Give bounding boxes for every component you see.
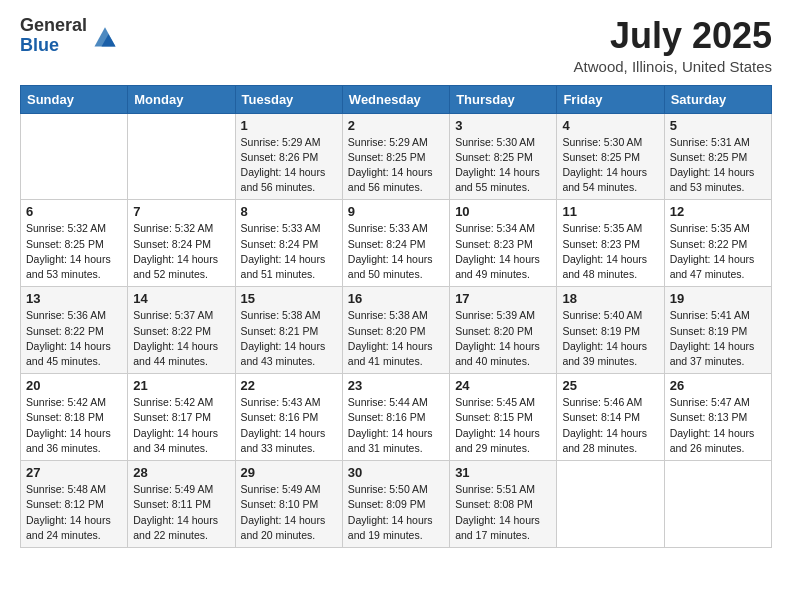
page-container: General Blue July 2025 Atwood, Illinois,… — [0, 0, 792, 564]
day-info: Sunrise: 5:36 AMSunset: 8:22 PMDaylight:… — [26, 308, 122, 369]
title-block: July 2025 Atwood, Illinois, United State… — [574, 16, 772, 75]
day-info: Sunrise: 5:38 AMSunset: 8:20 PMDaylight:… — [348, 308, 444, 369]
calendar-cell: 17Sunrise: 5:39 AMSunset: 8:20 PMDayligh… — [450, 287, 557, 374]
calendar-cell: 1Sunrise: 5:29 AMSunset: 8:26 PMDaylight… — [235, 113, 342, 200]
day-number: 30 — [348, 465, 444, 480]
calendar-cell: 3Sunrise: 5:30 AMSunset: 8:25 PMDaylight… — [450, 113, 557, 200]
calendar-cell — [128, 113, 235, 200]
calendar-cell: 5Sunrise: 5:31 AMSunset: 8:25 PMDaylight… — [664, 113, 771, 200]
calendar-cell: 29Sunrise: 5:49 AMSunset: 8:10 PMDayligh… — [235, 461, 342, 548]
weekday-header: Friday — [557, 85, 664, 113]
day-number: 21 — [133, 378, 229, 393]
calendar-cell: 26Sunrise: 5:47 AMSunset: 8:13 PMDayligh… — [664, 374, 771, 461]
day-number: 2 — [348, 118, 444, 133]
day-number: 27 — [26, 465, 122, 480]
calendar-week-row: 13Sunrise: 5:36 AMSunset: 8:22 PMDayligh… — [21, 287, 772, 374]
calendar-cell: 24Sunrise: 5:45 AMSunset: 8:15 PMDayligh… — [450, 374, 557, 461]
day-number: 13 — [26, 291, 122, 306]
logo-blue: Blue — [20, 36, 87, 56]
day-info: Sunrise: 5:31 AMSunset: 8:25 PMDaylight:… — [670, 135, 766, 196]
logo-text: General Blue — [20, 16, 87, 56]
calendar-week-row: 20Sunrise: 5:42 AMSunset: 8:18 PMDayligh… — [21, 374, 772, 461]
calendar-cell: 13Sunrise: 5:36 AMSunset: 8:22 PMDayligh… — [21, 287, 128, 374]
day-info: Sunrise: 5:38 AMSunset: 8:21 PMDaylight:… — [241, 308, 337, 369]
day-number: 29 — [241, 465, 337, 480]
calendar-cell: 10Sunrise: 5:34 AMSunset: 8:23 PMDayligh… — [450, 200, 557, 287]
day-number: 15 — [241, 291, 337, 306]
day-number: 7 — [133, 204, 229, 219]
calendar-cell: 21Sunrise: 5:42 AMSunset: 8:17 PMDayligh… — [128, 374, 235, 461]
calendar-cell: 8Sunrise: 5:33 AMSunset: 8:24 PMDaylight… — [235, 200, 342, 287]
logo-general: General — [20, 16, 87, 36]
day-number: 1 — [241, 118, 337, 133]
calendar-table: SundayMondayTuesdayWednesdayThursdayFrid… — [20, 85, 772, 548]
day-info: Sunrise: 5:49 AMSunset: 8:10 PMDaylight:… — [241, 482, 337, 543]
day-info: Sunrise: 5:35 AMSunset: 8:23 PMDaylight:… — [562, 221, 658, 282]
day-number: 8 — [241, 204, 337, 219]
logo: General Blue — [20, 16, 119, 56]
day-number: 23 — [348, 378, 444, 393]
calendar-week-row: 1Sunrise: 5:29 AMSunset: 8:26 PMDaylight… — [21, 113, 772, 200]
weekday-header: Sunday — [21, 85, 128, 113]
day-number: 26 — [670, 378, 766, 393]
calendar-cell: 27Sunrise: 5:48 AMSunset: 8:12 PMDayligh… — [21, 461, 128, 548]
calendar-week-row: 27Sunrise: 5:48 AMSunset: 8:12 PMDayligh… — [21, 461, 772, 548]
calendar-cell: 16Sunrise: 5:38 AMSunset: 8:20 PMDayligh… — [342, 287, 449, 374]
weekday-header: Saturday — [664, 85, 771, 113]
day-number: 4 — [562, 118, 658, 133]
calendar-cell: 4Sunrise: 5:30 AMSunset: 8:25 PMDaylight… — [557, 113, 664, 200]
calendar-cell: 14Sunrise: 5:37 AMSunset: 8:22 PMDayligh… — [128, 287, 235, 374]
day-number: 12 — [670, 204, 766, 219]
day-info: Sunrise: 5:32 AMSunset: 8:25 PMDaylight:… — [26, 221, 122, 282]
calendar-cell: 28Sunrise: 5:49 AMSunset: 8:11 PMDayligh… — [128, 461, 235, 548]
day-info: Sunrise: 5:50 AMSunset: 8:09 PMDaylight:… — [348, 482, 444, 543]
calendar-cell: 20Sunrise: 5:42 AMSunset: 8:18 PMDayligh… — [21, 374, 128, 461]
calendar-cell: 11Sunrise: 5:35 AMSunset: 8:23 PMDayligh… — [557, 200, 664, 287]
calendar-cell — [21, 113, 128, 200]
calendar-header-row: SundayMondayTuesdayWednesdayThursdayFrid… — [21, 85, 772, 113]
day-info: Sunrise: 5:29 AMSunset: 8:25 PMDaylight:… — [348, 135, 444, 196]
day-info: Sunrise: 5:42 AMSunset: 8:17 PMDaylight:… — [133, 395, 229, 456]
day-number: 18 — [562, 291, 658, 306]
day-number: 17 — [455, 291, 551, 306]
calendar-cell: 30Sunrise: 5:50 AMSunset: 8:09 PMDayligh… — [342, 461, 449, 548]
day-info: Sunrise: 5:35 AMSunset: 8:22 PMDaylight:… — [670, 221, 766, 282]
calendar-cell: 7Sunrise: 5:32 AMSunset: 8:24 PMDaylight… — [128, 200, 235, 287]
day-number: 6 — [26, 204, 122, 219]
day-number: 28 — [133, 465, 229, 480]
weekday-header: Tuesday — [235, 85, 342, 113]
day-number: 11 — [562, 204, 658, 219]
calendar-cell: 23Sunrise: 5:44 AMSunset: 8:16 PMDayligh… — [342, 374, 449, 461]
day-number: 19 — [670, 291, 766, 306]
day-info: Sunrise: 5:37 AMSunset: 8:22 PMDaylight:… — [133, 308, 229, 369]
day-number: 31 — [455, 465, 551, 480]
day-info: Sunrise: 5:51 AMSunset: 8:08 PMDaylight:… — [455, 482, 551, 543]
day-info: Sunrise: 5:41 AMSunset: 8:19 PMDaylight:… — [670, 308, 766, 369]
day-info: Sunrise: 5:43 AMSunset: 8:16 PMDaylight:… — [241, 395, 337, 456]
day-number: 5 — [670, 118, 766, 133]
day-info: Sunrise: 5:33 AMSunset: 8:24 PMDaylight:… — [241, 221, 337, 282]
day-number: 16 — [348, 291, 444, 306]
day-info: Sunrise: 5:30 AMSunset: 8:25 PMDaylight:… — [562, 135, 658, 196]
calendar-cell: 2Sunrise: 5:29 AMSunset: 8:25 PMDaylight… — [342, 113, 449, 200]
calendar-cell — [664, 461, 771, 548]
day-info: Sunrise: 5:30 AMSunset: 8:25 PMDaylight:… — [455, 135, 551, 196]
calendar-cell: 9Sunrise: 5:33 AMSunset: 8:24 PMDaylight… — [342, 200, 449, 287]
day-info: Sunrise: 5:47 AMSunset: 8:13 PMDaylight:… — [670, 395, 766, 456]
day-number: 22 — [241, 378, 337, 393]
day-info: Sunrise: 5:34 AMSunset: 8:23 PMDaylight:… — [455, 221, 551, 282]
calendar-cell: 25Sunrise: 5:46 AMSunset: 8:14 PMDayligh… — [557, 374, 664, 461]
title-location: Atwood, Illinois, United States — [574, 58, 772, 75]
calendar-cell: 6Sunrise: 5:32 AMSunset: 8:25 PMDaylight… — [21, 200, 128, 287]
weekday-header: Wednesday — [342, 85, 449, 113]
day-number: 3 — [455, 118, 551, 133]
logo-icon — [91, 22, 119, 50]
day-number: 10 — [455, 204, 551, 219]
header: General Blue July 2025 Atwood, Illinois,… — [20, 16, 772, 75]
calendar-week-row: 6Sunrise: 5:32 AMSunset: 8:25 PMDaylight… — [21, 200, 772, 287]
day-info: Sunrise: 5:49 AMSunset: 8:11 PMDaylight:… — [133, 482, 229, 543]
day-info: Sunrise: 5:32 AMSunset: 8:24 PMDaylight:… — [133, 221, 229, 282]
day-info: Sunrise: 5:39 AMSunset: 8:20 PMDaylight:… — [455, 308, 551, 369]
day-info: Sunrise: 5:46 AMSunset: 8:14 PMDaylight:… — [562, 395, 658, 456]
weekday-header: Monday — [128, 85, 235, 113]
